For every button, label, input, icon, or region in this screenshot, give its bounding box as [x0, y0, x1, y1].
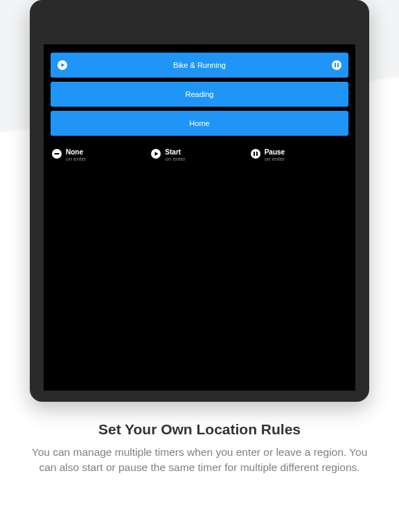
timer-row-home[interactable]: Home	[51, 111, 348, 136]
legend-row: None on enter Start on enter Pause on en…	[51, 148, 348, 163]
legend-title: Start	[165, 148, 185, 156]
legend-none[interactable]: None on enter	[52, 148, 148, 163]
play-icon	[57, 60, 67, 70]
device-frame: Bike & Running Reading Home None on ente…	[30, 0, 369, 402]
timer-row-reading[interactable]: Reading	[51, 82, 348, 107]
device-screen: Bike & Running Reading Home None on ente…	[44, 44, 355, 391]
play-icon	[151, 149, 161, 159]
legend-sub: on enter	[165, 157, 185, 163]
pause-icon	[251, 149, 260, 159]
timer-row-bike-running[interactable]: Bike & Running	[51, 53, 348, 78]
legend-title: Pause	[265, 148, 285, 156]
timer-label: Home	[189, 119, 209, 127]
timer-list: Bike & Running Reading Home	[51, 53, 348, 136]
pause-icon	[332, 60, 342, 70]
legend-pause[interactable]: Pause on enter	[251, 148, 347, 163]
minus-icon	[52, 149, 62, 159]
caption-body: You can manage multiple timers when you …	[29, 445, 370, 475]
legend-start[interactable]: Start on enter	[151, 148, 247, 163]
timer-label: Bike & Running	[173, 61, 226, 69]
caption-heading: Set Your Own Location Rules	[29, 421, 370, 438]
legend-sub: on enter	[66, 157, 86, 163]
marketing-caption: Set Your Own Location Rules You can mana…	[0, 421, 399, 475]
timer-label: Reading	[186, 90, 214, 98]
legend-sub: on enter	[265, 157, 285, 163]
legend-title: None	[66, 148, 86, 156]
